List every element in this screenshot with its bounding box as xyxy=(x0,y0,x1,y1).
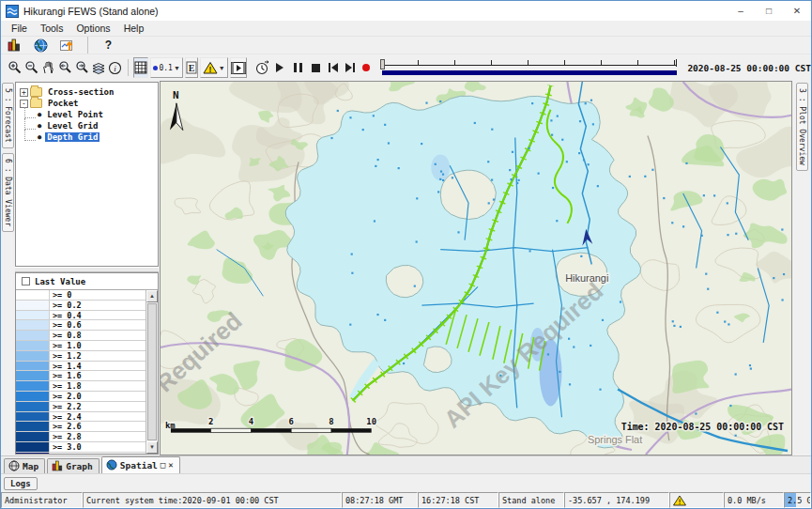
time-slider-track xyxy=(382,65,677,66)
close-button[interactable]: ✕ xyxy=(783,1,811,21)
legend-threshold-label: >= 1.4 xyxy=(50,362,146,371)
legend-row[interactable]: >= 2.0 xyxy=(16,392,146,402)
tab-spatial[interactable]: Spatial □ ✕ xyxy=(101,456,180,473)
zoom-in-button[interactable] xyxy=(8,57,23,78)
legend-row[interactable]: >= 2.8 xyxy=(16,432,146,442)
grid-icon xyxy=(134,61,147,74)
tree-row[interactable]: ● Level Grid xyxy=(16,120,158,131)
time-slider[interactable] xyxy=(380,57,679,78)
play-button[interactable] xyxy=(275,57,284,78)
menu-tools[interactable]: Tools xyxy=(34,23,70,34)
legend-list: >= 0>= 0.2>= 0.4>= 0.6>= 0.8>= 1.0>= 1.2… xyxy=(16,290,146,454)
legend-row[interactable]: >= 1.6 xyxy=(16,371,146,381)
legend-row[interactable]: >= 0 xyxy=(16,290,146,301)
warning-layer-dropdown[interactable]: ! ▼ xyxy=(200,57,228,78)
tab-close-icon[interactable]: ✕ xyxy=(168,460,173,470)
bottom-tab-bar: Map Graph Spatial □ ✕ xyxy=(1,455,811,473)
scroll-thumb[interactable] xyxy=(147,303,157,440)
scroll-down-icon[interactable]: ▼ xyxy=(146,441,158,454)
menu-help[interactable]: Help xyxy=(117,23,151,34)
status-gmt-time: 08:27:18 GMT xyxy=(342,492,418,508)
tree-row[interactable]: ● Level Point xyxy=(16,109,158,120)
legend-row[interactable]: >= 1.2 xyxy=(16,351,146,362)
info-button[interactable]: i xyxy=(108,57,122,78)
zoom-out-button[interactable] xyxy=(24,57,39,78)
layers-button[interactable] xyxy=(91,57,106,78)
legend-row[interactable]: >= 0.2 xyxy=(16,301,146,311)
clock-icon xyxy=(254,60,269,75)
status-warning-cell[interactable]: ! xyxy=(669,492,724,508)
timeseries-dialog-button[interactable] xyxy=(57,35,77,55)
tab-plot-overview[interactable]: 3 : Plot Overview xyxy=(796,83,808,171)
legend-row[interactable]: >= 2.4 xyxy=(16,412,146,423)
map-canvas[interactable]: Hikurangi Springs Flat API Key Required … xyxy=(161,82,791,455)
scale-tick: 4 xyxy=(249,417,253,426)
record-button[interactable] xyxy=(361,57,371,78)
stop-icon xyxy=(312,64,320,72)
tree-item-level-point[interactable]: Level Point xyxy=(45,110,105,119)
tree-row[interactable]: - Pocket xyxy=(16,98,158,109)
step-back-button[interactable] xyxy=(329,57,338,78)
legend-row[interactable]: >= 2.2 xyxy=(16,402,146,412)
map-viewport[interactable]: Hikurangi Springs Flat API Key Required … xyxy=(160,81,792,455)
scale-tick: 2 xyxy=(208,417,213,426)
toolbar-time-display: 2020-08-25 00:00:00 CST xyxy=(687,63,811,73)
contour-interval-dropdown[interactable]: 0.1 ▼ xyxy=(150,57,182,78)
legend-color-swatch xyxy=(16,381,50,391)
data-display-button[interactable] xyxy=(5,35,24,55)
labels-toggle[interactable]: E xyxy=(185,57,198,78)
graph-tab-chart-icon xyxy=(52,460,63,471)
tree-row[interactable]: ● Depth Grid xyxy=(16,131,158,143)
tab-forecast[interactable]: 5 : Forecast xyxy=(2,83,14,148)
legend-threshold-label: >= 0.4 xyxy=(50,311,146,320)
globe-icon xyxy=(34,39,48,53)
step-forward-icon xyxy=(345,63,355,72)
legend-row[interactable]: >= 2.6 xyxy=(16,422,146,432)
help-button[interactable]: ? xyxy=(99,35,118,55)
legend-row[interactable]: >= 3.0 xyxy=(16,442,146,453)
step-forward-button[interactable] xyxy=(345,57,355,78)
expand-icon[interactable]: + xyxy=(20,88,28,97)
map-toolbar: i 0.1 ▼ E ! ▼ xyxy=(1,54,811,81)
animation-movie-button[interactable] xyxy=(230,57,247,78)
scroll-up-icon[interactable]: ▲ xyxy=(146,290,158,302)
pause-button[interactable] xyxy=(293,57,302,78)
tree-item-pocket[interactable]: Pocket xyxy=(46,99,81,108)
stop-button[interactable] xyxy=(311,57,320,78)
bullet-icon: ● xyxy=(38,111,41,118)
tree-guide-line xyxy=(24,118,36,130)
menu-file[interactable]: File xyxy=(5,23,34,34)
tab-maximize-icon[interactable]: □ xyxy=(161,460,165,470)
menu-options[interactable]: Options xyxy=(69,23,116,34)
grid-display-toggle[interactable] xyxy=(133,57,148,78)
legend-row[interactable]: >= 1.4 xyxy=(16,362,146,372)
legend-threshold-label: >= 2.2 xyxy=(50,402,146,411)
spatial-tab-globe-icon xyxy=(106,459,117,470)
map-display-button[interactable] xyxy=(31,35,51,55)
menu-bar: File Tools Options Help xyxy=(1,21,811,37)
time-slider-handle[interactable] xyxy=(380,59,385,69)
legend-row[interactable]: >= 0.8 xyxy=(16,331,146,341)
scale-tick: 6 xyxy=(288,417,293,426)
tab-graph[interactable]: Graph xyxy=(47,458,100,473)
legend-row[interactable]: >= 3.2 xyxy=(16,453,146,454)
legend-row[interactable]: >= 1.8 xyxy=(16,381,146,392)
legend-row[interactable]: >= 0.4 xyxy=(16,311,146,321)
tree-item-cross-section[interactable]: Cross-section xyxy=(46,87,115,97)
logs-button[interactable]: Logs xyxy=(4,477,38,490)
zoom-previous-button[interactable] xyxy=(57,57,72,78)
legend-row[interactable]: >= 1.0 xyxy=(16,341,146,351)
zoom-next-button[interactable] xyxy=(74,57,89,78)
tree-item-depth-grid[interactable]: Depth Grid xyxy=(45,132,100,142)
legend-row[interactable]: >= 0.6 xyxy=(16,320,146,331)
tab-map[interactable]: Map xyxy=(4,458,45,473)
minimize-button[interactable]: – xyxy=(727,1,755,21)
tab-data-viewer[interactable]: 6 : Data Viewer xyxy=(2,153,14,232)
animation-speed-button[interactable] xyxy=(254,57,269,78)
maximize-button[interactable]: □ xyxy=(755,1,783,21)
pan-button[interactable] xyxy=(41,57,55,78)
tree-item-level-grid[interactable]: Level Grid xyxy=(45,121,100,131)
svg-text:i: i xyxy=(114,64,116,73)
last-value-checkbox[interactable] xyxy=(22,277,30,285)
legend-scrollbar[interactable]: ▲ ▼ xyxy=(146,290,158,454)
